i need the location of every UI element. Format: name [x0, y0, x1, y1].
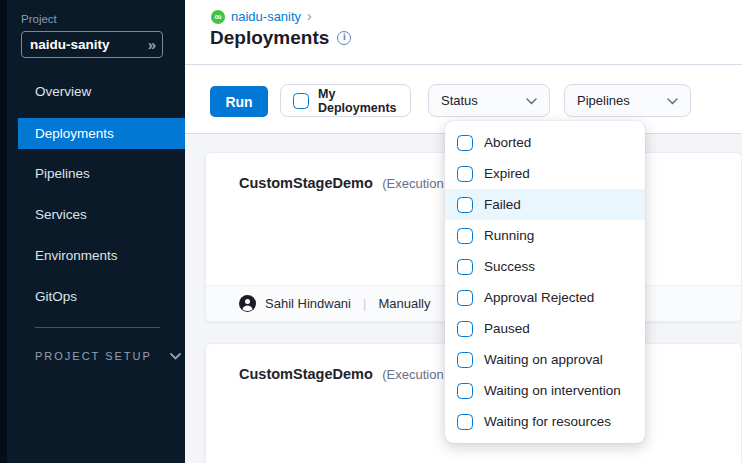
status-option-label: Aborted	[484, 135, 531, 150]
status-option-checkbox[interactable]	[457, 228, 473, 244]
status-option-checkbox[interactable]	[457, 414, 473, 430]
user-avatar-icon	[239, 295, 256, 312]
status-option-checkbox[interactable]	[457, 135, 473, 151]
page-title-row: Deployments i	[210, 27, 351, 49]
status-option-failed[interactable]: Failed	[445, 189, 645, 220]
app-window: Project naidu-sanity » Overview Deployme…	[0, 0, 742, 463]
status-option-checkbox[interactable]	[457, 383, 473, 399]
status-option-waiting-on-intervention[interactable]: Waiting on intervention	[445, 375, 645, 406]
chevron-down-icon	[526, 93, 537, 108]
cd-module-icon: ∞	[211, 10, 225, 24]
sidebar-item-environments[interactable]: Environments	[18, 240, 185, 271]
chevron-right-icon: ›	[307, 10, 312, 23]
pipelines-filter-label: Pipelines	[577, 93, 630, 108]
info-icon[interactable]: i	[337, 31, 351, 45]
status-dropdown-menu: Aborted Expired Failed Running Success A…	[445, 121, 645, 443]
sidebar-divider	[35, 327, 160, 328]
status-option-success[interactable]: Success	[445, 251, 645, 282]
status-option-paused[interactable]: Paused	[445, 313, 645, 344]
my-deployments-checkbox[interactable]	[293, 93, 309, 109]
project-expand-icon[interactable]: »	[148, 36, 154, 53]
project-label: Project	[21, 13, 57, 25]
status-filter-dropdown[interactable]: Status	[428, 84, 550, 117]
status-option-checkbox[interactable]	[457, 197, 473, 213]
status-option-running[interactable]: Running	[445, 220, 645, 251]
trigger-type: Manually	[378, 296, 430, 311]
footer-separator: |	[360, 296, 369, 311]
page-title: Deployments	[210, 27, 329, 49]
status-option-checkbox[interactable]	[457, 259, 473, 275]
breadcrumb-project-link[interactable]: naidu-sanity	[231, 9, 301, 24]
chevron-down-icon	[170, 350, 181, 362]
status-option-label: Paused	[484, 321, 530, 336]
status-option-label: Success	[484, 259, 535, 274]
status-option-waiting-for-resources[interactable]: Waiting for resources	[445, 406, 645, 437]
status-option-label: Waiting on approval	[484, 352, 603, 367]
status-option-checkbox[interactable]	[457, 290, 473, 306]
status-option-label: Waiting for resources	[484, 414, 611, 429]
status-option-expired[interactable]: Expired	[445, 158, 645, 189]
status-option-approval-rejected[interactable]: Approval Rejected	[445, 282, 645, 313]
status-filter-label: Status	[441, 93, 478, 108]
sidebar-item-gitops[interactable]: GitOps	[18, 281, 185, 312]
deployment-title-row: CustomStageDemo (Execution Id	[239, 174, 458, 192]
pipeline-name[interactable]: CustomStageDemo	[239, 175, 373, 191]
sidebar-item-pipelines[interactable]: Pipelines	[18, 158, 185, 189]
project-selector[interactable]: naidu-sanity »	[21, 31, 163, 58]
status-option-label: Waiting on intervention	[484, 383, 621, 398]
sidebar-edge-strip	[0, 0, 7, 463]
status-option-label: Expired	[484, 166, 530, 181]
triggered-by-user: Sahil Hindwani	[265, 296, 351, 311]
status-option-label: Failed	[484, 197, 521, 212]
sidebar-item-overview[interactable]: Overview	[18, 76, 185, 107]
sidebar: Project naidu-sanity » Overview Deployme…	[0, 0, 185, 463]
status-option-label: Approval Rejected	[484, 290, 594, 305]
header-divider	[185, 64, 742, 65]
pipelines-filter-dropdown[interactable]: Pipelines	[564, 84, 691, 117]
run-button[interactable]: Run	[210, 86, 268, 117]
chevron-down-icon	[667, 93, 678, 108]
status-option-waiting-on-approval[interactable]: Waiting on approval	[445, 344, 645, 375]
project-selector-value: naidu-sanity	[30, 37, 148, 52]
project-setup-toggle[interactable]: PROJECT SETUP	[35, 350, 181, 362]
pipeline-name[interactable]: CustomStageDemo	[239, 366, 373, 382]
status-option-checkbox[interactable]	[457, 321, 473, 337]
project-setup-label: PROJECT SETUP	[35, 350, 152, 362]
status-option-label: Running	[484, 228, 534, 243]
deployment-title-row: CustomStageDemo (Execution Id	[239, 365, 458, 383]
status-option-aborted[interactable]: Aborted	[445, 127, 645, 158]
my-deployments-filter[interactable]: My Deployments	[280, 84, 411, 117]
sidebar-item-services[interactable]: Services	[18, 199, 185, 230]
breadcrumb: ∞ naidu-sanity ›	[211, 9, 312, 24]
status-option-checkbox[interactable]	[457, 166, 473, 182]
sidebar-item-deployments[interactable]: Deployments	[18, 118, 185, 149]
my-deployments-label: My Deployments	[318, 87, 398, 115]
status-option-checkbox[interactable]	[457, 352, 473, 368]
